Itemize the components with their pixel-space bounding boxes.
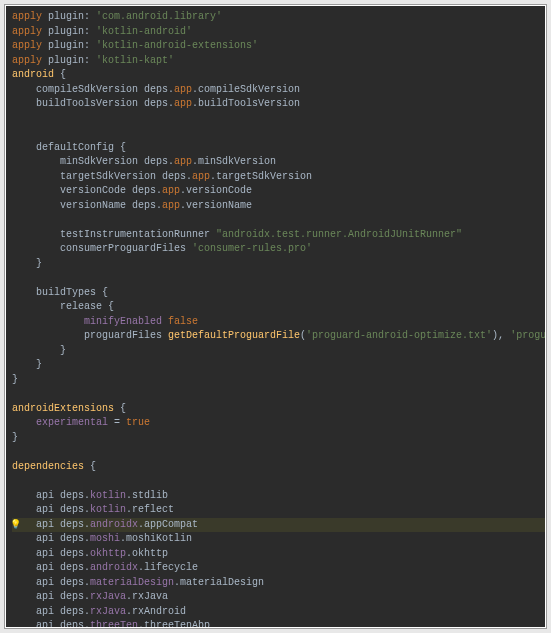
code-token: dependencies (12, 461, 84, 472)
code-token: { (114, 403, 126, 414)
intention-bulb-icon[interactable]: 💡 (9, 518, 21, 533)
code-line[interactable]: api deps.kotlin.stdlib (12, 489, 545, 504)
code-line[interactable]: minifyEnabled false (12, 315, 545, 330)
code-token: .appCompat (138, 519, 198, 530)
code-line[interactable]: buildTypes { (12, 286, 545, 301)
code-line[interactable]: minSdkVersion deps.app.minSdkVersion (12, 155, 545, 170)
code-line[interactable]: apply plugin: 'kotlin-kapt' (12, 54, 545, 69)
code-line[interactable]: } (12, 358, 545, 373)
code-line[interactable]: } (12, 344, 545, 359)
code-line[interactable]: android { (12, 68, 545, 83)
code-line[interactable]: api deps.okhttp.okhttp (12, 547, 545, 562)
code-token: api deps. (12, 519, 90, 530)
code-token: .rxAndroid (126, 606, 186, 617)
code-line[interactable]: apply plugin: 'kotlin-android' (12, 25, 545, 40)
code-line[interactable]: compileSdkVersion deps.app.compileSdkVer… (12, 83, 545, 98)
code-line[interactable]: api deps.materialDesign.materialDesign (12, 576, 545, 591)
code-line[interactable]: 💡 api deps.androidx.appCompat (12, 518, 545, 533)
code-line[interactable]: targetSdkVersion deps.app.targetSdkVersi… (12, 170, 545, 185)
code-line[interactable]: api deps.rxJava.rxJava (12, 590, 545, 605)
code-token: apply (12, 55, 42, 66)
code-token: apply (12, 11, 42, 22)
code-token: app (174, 84, 192, 95)
code-token: testInstrumentationRunner (12, 229, 216, 240)
code-token: app (174, 98, 192, 109)
code-line[interactable]: release { (12, 300, 545, 315)
code-token: } (12, 359, 42, 370)
editor-frame: apply plugin: 'com.android.library'apply… (4, 4, 547, 629)
code-token: .threeTenAbp (138, 620, 210, 627)
code-token: 'com.android.library' (96, 11, 222, 22)
code-token: .versionName (180, 200, 252, 211)
code-token: false (168, 316, 198, 327)
code-token: app (162, 200, 180, 211)
code-token: androidx (90, 562, 138, 573)
code-line[interactable]: experimental = true (12, 416, 545, 431)
code-token: api deps. (12, 562, 90, 573)
code-line[interactable]: androidExtensions { (12, 402, 545, 417)
code-token: rxJava (90, 606, 126, 617)
code-token: .rxJava (126, 591, 168, 602)
code-line[interactable] (12, 474, 545, 489)
code-token: app (174, 156, 192, 167)
code-content[interactable]: apply plugin: 'com.android.library'apply… (6, 6, 545, 627)
code-token: .reflect (126, 504, 174, 515)
code-line[interactable]: versionName deps.app.versionName (12, 199, 545, 214)
code-line[interactable]: consumerProguardFiles 'consumer-rules.pr… (12, 242, 545, 257)
code-token: app (162, 185, 180, 196)
code-token: .compileSdkVersion (192, 84, 300, 95)
code-line[interactable]: dependencies { (12, 460, 545, 475)
code-token: .moshiKotlin (120, 533, 192, 544)
code-line[interactable]: apply plugin: 'com.android.library' (12, 10, 545, 25)
code-line[interactable]: } (12, 373, 545, 388)
code-line[interactable]: versionCode deps.app.versionCode (12, 184, 545, 199)
code-token: android (12, 69, 54, 80)
code-line[interactable]: api deps.moshi.moshiKotlin (12, 532, 545, 547)
code-token: .minSdkVersion (192, 156, 276, 167)
code-line[interactable]: proguardFiles getDefaultProguardFile('pr… (12, 329, 545, 344)
code-token: okhttp (90, 548, 126, 559)
code-token: getDefaultProguardFile (168, 330, 300, 341)
code-token: api deps. (12, 591, 90, 602)
code-line[interactable] (12, 387, 545, 402)
code-token: buildTypes { (12, 287, 108, 298)
code-line[interactable]: api deps.rxJava.rxAndroid (12, 605, 545, 620)
code-token: kotlin (90, 490, 126, 501)
code-token: .versionCode (180, 185, 252, 196)
code-token: api deps. (12, 533, 90, 544)
code-token: } (12, 345, 66, 356)
code-line[interactable]: api deps.kotlin.reflect (12, 503, 545, 518)
code-token: consumerProguardFiles (12, 243, 192, 254)
code-line[interactable] (12, 126, 545, 141)
code-line[interactable]: } (12, 257, 545, 272)
code-line[interactable] (12, 112, 545, 127)
code-line[interactable]: apply plugin: 'kotlin-android-extensions… (12, 39, 545, 54)
code-line[interactable]: api deps.threeTen.threeTenAbp (12, 619, 545, 627)
code-token: true (126, 417, 150, 428)
code-line[interactable] (12, 213, 545, 228)
code-line[interactable]: } (12, 431, 545, 446)
code-token: api deps. (12, 548, 90, 559)
code-token: api deps. (12, 577, 90, 588)
code-token: .stdlib (126, 490, 168, 501)
code-token: 'kotlin-android' (96, 26, 192, 37)
code-token: versionName deps. (12, 200, 162, 211)
code-line[interactable] (12, 271, 545, 286)
code-token: experimental (36, 417, 108, 428)
code-token: versionCode deps. (12, 185, 162, 196)
code-token: rxJava (90, 591, 126, 602)
code-line[interactable] (12, 445, 545, 460)
code-editor[interactable]: apply plugin: 'com.android.library'apply… (6, 6, 545, 627)
code-line[interactable]: buildToolsVersion deps.app.buildToolsVer… (12, 97, 545, 112)
code-token: } (12, 374, 18, 385)
code-token: ), (492, 330, 510, 341)
code-token: androidx (90, 519, 138, 530)
code-line[interactable]: api deps.androidx.lifecycle (12, 561, 545, 576)
code-line[interactable]: defaultConfig { (12, 141, 545, 156)
code-token: plugin: (42, 26, 96, 37)
code-token: compileSdkVersion deps. (12, 84, 174, 95)
code-token: api deps. (12, 504, 90, 515)
code-line[interactable]: testInstrumentationRunner "androidx.test… (12, 228, 545, 243)
code-token: androidExtensions (12, 403, 114, 414)
code-token: defaultConfig { (12, 142, 126, 153)
